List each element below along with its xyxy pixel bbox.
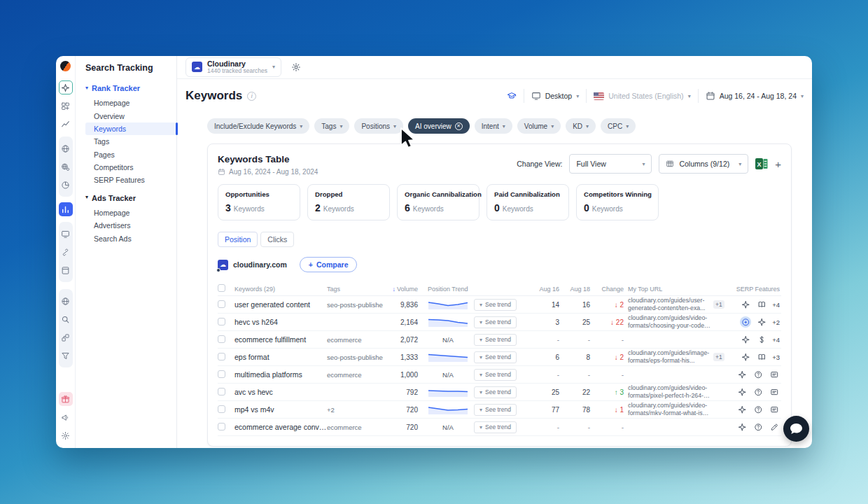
project-settings-icon[interactable] — [291, 62, 301, 72]
remove-filter-icon[interactable]: ✕ — [455, 122, 463, 130]
keyword-cell[interactable]: ecommerce fulfillment — [234, 335, 327, 344]
row-checkbox[interactable] — [218, 318, 225, 326]
tracked-site[interactable]: ☁ cloudinary.com — [218, 260, 287, 270]
search-tracking-active-icon[interactable] — [59, 202, 73, 216]
section-rank-tracker[interactable]: ▾ Rank Tracker — [76, 84, 176, 92]
table-row[interactable]: ecommerce fulfillment ecommerce 2,072 N/… — [218, 331, 781, 349]
rail-settings-icon[interactable] — [59, 428, 73, 442]
stat-paid-cannibalization[interactable]: Paid Cannibalization 0Keywords — [486, 184, 569, 220]
info-icon[interactable]: i — [247, 92, 256, 101]
top-url-cell[interactable]: cloudinary.com/guides/image-formats/eps-… — [628, 349, 733, 365]
gift-icon[interactable] — [59, 392, 73, 406]
table-row[interactable]: ecommerce average conve... ecommerce 720… — [218, 419, 781, 436]
col-change[interactable]: Change — [594, 286, 628, 293]
row-checkbox[interactable] — [218, 388, 225, 396]
row-checkbox[interactable] — [218, 335, 225, 343]
top-url-cell[interactable]: cloudinary.com/guides/video-formats/pixe… — [628, 384, 733, 400]
sidebar-item-tags[interactable]: Tags — [85, 135, 176, 148]
filter-tags[interactable]: Tags▾ — [314, 118, 349, 134]
table-row[interactable]: user generated content seo-posts-publish… — [218, 296, 781, 314]
col-tags[interactable]: Tags — [327, 286, 383, 293]
world-icon[interactable] — [59, 294, 73, 308]
columns-select[interactable]: Columns (9/12)▾ — [659, 154, 748, 174]
row-checkbox[interactable] — [218, 370, 225, 378]
keyword-cell[interactable]: avc vs hevc — [234, 388, 327, 396]
sidebar-item-search-ads[interactable]: Search Ads — [85, 232, 176, 244]
export-excel-icon[interactable]: X — [755, 158, 768, 169]
stat-competitors-winning[interactable]: Competitors Winning 0Keywords — [576, 184, 659, 220]
row-checkbox[interactable] — [218, 353, 225, 360]
tab-clicks[interactable]: Clicks — [260, 232, 294, 247]
chat-widget-button[interactable] — [783, 416, 809, 442]
boxes-icon[interactable] — [59, 330, 73, 344]
keyword-cell[interactable]: ecommerce average conve... — [234, 423, 327, 431]
see-trend-button[interactable]: ▾See trend — [474, 334, 517, 346]
keyword-cell[interactable]: hevc vs h264 — [234, 318, 327, 326]
sidebar-item-competitors[interactable]: Competitors — [85, 161, 176, 174]
ai-assistant-icon[interactable] — [59, 80, 73, 94]
sidebar-item-keywords[interactable]: Keywords — [85, 122, 176, 135]
sidebar-item-serp-features[interactable]: SERP Features — [85, 174, 176, 186]
filter-kd[interactable]: KD▾ — [566, 118, 596, 134]
academy-cap-icon[interactable] — [507, 91, 517, 101]
link-icon[interactable] — [59, 245, 73, 259]
search-icon[interactable] — [59, 312, 73, 326]
col-volume[interactable]: ↓Volume — [383, 286, 422, 293]
table-row[interactable]: hevc vs h264 2,164 ▾See trend 3 25 ↓ 22 … — [218, 314, 781, 331]
stat-organic-cannibalization[interactable]: Organic Cannibalization 6Keywords — [397, 184, 479, 220]
globe-icon[interactable] — [59, 141, 73, 155]
stat-opportunities[interactable]: Opportunities 3Keywords — [218, 184, 300, 220]
table-row[interactable]: eps format seo-posts-published 1,333 ▾Se… — [218, 349, 781, 366]
top-url-cell[interactable]: cloudinary.com/guides/video-formats/mkv-… — [628, 402, 733, 417]
see-trend-button[interactable]: ▾See trend — [474, 404, 517, 416]
sidebar-item-overview[interactable]: Overview — [85, 109, 176, 122]
keyword-cell[interactable]: user generated content — [234, 300, 327, 309]
table-row[interactable]: avc vs hevc 792 ▾See trend 25 22 ↑ 3 clo… — [218, 384, 781, 401]
filter-volume[interactable]: Volume▾ — [517, 118, 561, 134]
trend-chart-icon[interactable] — [59, 117, 73, 131]
pages-icon[interactable] — [59, 263, 73, 277]
megaphone-icon[interactable] — [59, 410, 73, 424]
filter-cpc[interactable]: CPC▾ — [601, 118, 636, 134]
col-serp-features[interactable]: SERP Features — [733, 286, 781, 293]
filter-positions[interactable]: Positions▾ — [354, 118, 403, 134]
compare-button[interactable]: + Compare — [300, 257, 358, 272]
col-aug16[interactable]: Aug 16 — [536, 286, 564, 293]
see-trend-button[interactable]: ▾See trend — [474, 299, 517, 311]
filter-intent[interactable]: Intent▾ — [475, 118, 512, 134]
table-row[interactable]: multimedia platforms ecommerce 1,000 N/A… — [218, 366, 781, 384]
table-row[interactable]: mp4 vs m4v +2 720 ▾See trend 77 78 ↓ 1 c… — [218, 401, 781, 419]
keyword-research-icon[interactable] — [59, 99, 73, 113]
funnel-icon[interactable] — [59, 349, 73, 363]
col-my-top-url[interactable]: My Top URL — [628, 286, 733, 293]
col-position-trend[interactable]: Position Trend — [422, 286, 474, 293]
row-checkbox[interactable] — [218, 423, 225, 430]
view-select[interactable]: Full View▾ — [569, 154, 652, 174]
col-keywords[interactable]: Keywords (29) — [234, 286, 327, 293]
monitor-icon[interactable] — [59, 227, 73, 241]
section-ads-tracker[interactable]: ▾ Ads Tracker — [76, 194, 176, 202]
row-checkbox[interactable] — [218, 300, 225, 308]
see-trend-button[interactable]: ▾See trend — [474, 369, 517, 381]
sidebar-item-pages[interactable]: Pages — [85, 148, 176, 161]
device-selector[interactable]: Desktop ▾ — [531, 91, 580, 101]
stat-dropped[interactable]: Dropped 2Keywords — [307, 184, 390, 220]
top-url-cell[interactable]: cloudinary.com/guides/user-generated-con… — [628, 297, 733, 312]
se-ranking-logo[interactable] — [60, 61, 71, 71]
sidebar-item-homepage[interactable]: Homepage — [85, 97, 176, 109]
select-all-checkbox[interactable] — [218, 284, 225, 292]
sidebar-item-advertisers[interactable]: Advertisers — [85, 219, 176, 232]
add-widget-button[interactable]: + — [775, 158, 781, 170]
project-selector[interactable]: ☁ Cloudinary 1440 tracked searches ▾ — [186, 57, 281, 78]
see-trend-button[interactable]: ▾See trend — [474, 351, 517, 363]
locale-selector[interactable]: United States (English) ▾ — [594, 92, 690, 100]
keyword-cell[interactable]: eps format — [234, 353, 327, 361]
globe-settings-icon[interactable] — [59, 160, 73, 174]
keyword-cell[interactable]: mp4 vs m4v — [234, 405, 327, 414]
top-url-cell[interactable]: cloudinary.com/guides/video-formats/choo… — [628, 314, 733, 330]
filter-include-exclude-keywords[interactable]: Include/Exclude Keywords▾ — [207, 118, 309, 134]
date-range-picker[interactable]: Aug 16, 24 - Aug 18, 24 ▾ — [706, 91, 804, 101]
pie-chart-icon[interactable] — [59, 178, 73, 192]
keyword-cell[interactable]: multimedia platforms — [234, 370, 327, 379]
see-trend-button[interactable]: ▾See trend — [474, 386, 517, 398]
